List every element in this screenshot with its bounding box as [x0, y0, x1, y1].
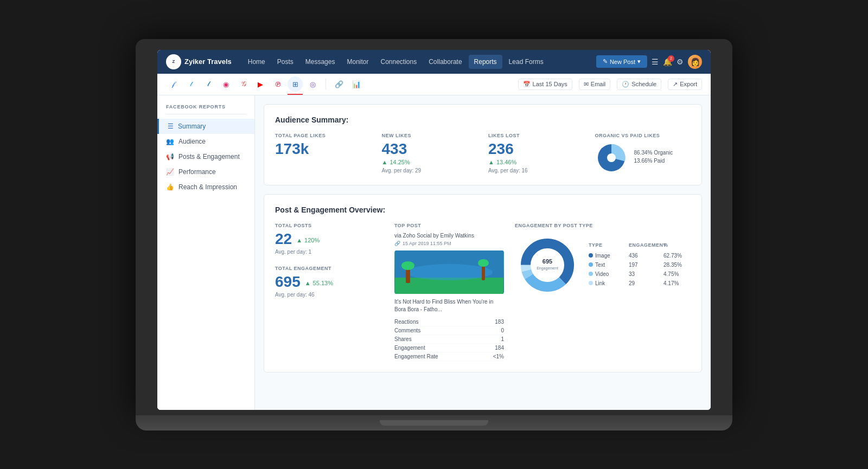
table-row: Image 436 62.73%: [589, 251, 691, 260]
pie-chart: [595, 142, 628, 174]
nav-home[interactable]: Home: [242, 55, 271, 69]
date-filter-button[interactable]: 📅 Last 15 Days: [518, 79, 572, 90]
sidebar-item-posts-engagement[interactable]: 📢 Posts & Engagement: [157, 149, 254, 164]
sidebar: FACEBOOK REPORTS ☰ Summary 👥 Audience 📢 …: [157, 95, 255, 410]
svg-point-6: [401, 261, 414, 270]
nav-connections[interactable]: Connections: [375, 55, 422, 69]
donut-chart: 695 Engagement: [515, 233, 580, 298]
export-button[interactable]: ↗ Export: [668, 79, 702, 90]
total-posts-label: TOTAL POSTS: [275, 223, 384, 228]
post-engagement-title: Post & Engagement Overview:: [275, 205, 691, 214]
settings-icon[interactable]: ⚙: [676, 57, 684, 66]
sidebar-section-title: FACEBOOK REPORTS: [157, 104, 254, 114]
svg-text:695: 695: [542, 258, 552, 265]
post-metrics-left: TOTAL POSTS 22 ▲ 120% Avg. per day: 1: [275, 223, 384, 361]
sidebar-item-summary[interactable]: ☰ Summary: [157, 119, 254, 134]
image-dot: [589, 253, 593, 258]
facebook-icon[interactable]: 𝒻: [166, 76, 181, 92]
chart-icon[interactable]: 📊: [349, 76, 364, 92]
nav-posts[interactable]: Posts: [272, 55, 299, 69]
link-icon-2: 🔗: [394, 241, 400, 246]
nav-reports[interactable]: Reports: [469, 55, 502, 69]
screen-bezel: Z Zyiker Travels Home Posts Messages Mon…: [136, 39, 732, 415]
post-image-visual: [394, 250, 504, 294]
sidebar-divider: [166, 114, 246, 114]
brand-logo-icon: Z: [166, 54, 181, 69]
menu-icon[interactable]: ☰: [652, 57, 659, 66]
instagram-icon[interactable]: ◉: [218, 76, 233, 92]
total-page-likes-label: TOTAL PAGE LIKES: [275, 133, 371, 138]
link-dot: [589, 281, 593, 285]
organic-label: ORGANIC VS PAID LIKES: [595, 133, 691, 138]
laptop-base: [136, 415, 732, 431]
new-likes-value: 433: [382, 142, 478, 157]
shares-row: Shares 1: [394, 335, 504, 344]
link-icon[interactable]: 🔗: [331, 76, 347, 92]
organic-pct: 86.34% Organic: [634, 150, 673, 156]
linkedin-icon[interactable]: 𝓁: [201, 76, 216, 92]
nav-collaborate[interactable]: Collaborate: [423, 55, 467, 69]
engagement-grid: TOTAL POSTS 22 ▲ 120% Avg. per day: 1: [275, 223, 691, 361]
reach-icon: 👍: [166, 183, 174, 191]
new-post-button[interactable]: ✎ New Post ▾: [596, 55, 647, 68]
schedule-button[interactable]: 🕐 Schedule: [617, 79, 661, 90]
sidebar-item-reach-impression[interactable]: 👍 Reach & Impression: [157, 179, 254, 195]
notification-badge: 2: [668, 55, 674, 62]
engagement-table: TYPE ENGAGEMENT % Image: [589, 242, 691, 288]
likes-lost-value: 236: [488, 142, 584, 157]
top-post-author: via Zoho Social by Emily Watkins: [394, 233, 504, 239]
laptop-container: Z Zyiker Travels Home Posts Messages Mon…: [136, 39, 732, 431]
purple-social-icon[interactable]: ◎: [305, 76, 320, 92]
type-video: Video: [589, 271, 627, 277]
main-layout: FACEBOOK REPORTS ☰ Summary 👥 Audience 📢 …: [157, 95, 711, 410]
top-post-link-row: 🔗 15 Apr 2019 11:55 PM: [394, 241, 504, 246]
top-post-header: TOP POST: [394, 223, 504, 228]
avatar[interactable]: 👩: [688, 55, 702, 69]
text-dot: [589, 262, 593, 267]
likes-lost-metric: LIKES LOST 236 ▲ 13.46% Avg. per day: 16: [488, 133, 584, 174]
chevron-down-icon: ▾: [637, 58, 641, 65]
table-row: Video 33 4.75%: [589, 269, 691, 279]
svg-point-14: [532, 250, 563, 280]
likes-lost-avg: Avg. per day: 16: [488, 168, 584, 174]
email-icon: ✉: [584, 81, 589, 88]
nav-messages[interactable]: Messages: [300, 55, 341, 69]
twitter-icon[interactable]: 𝓉: [183, 76, 199, 92]
svg-text:Engagement: Engagement: [537, 266, 558, 271]
audience-summary-title: Audience Summary:: [275, 115, 691, 124]
total-posts-avg: Avg. per day: 1: [275, 249, 384, 255]
top-post-section: TOP POST via Zoho Social by Emily Watkin…: [394, 223, 504, 361]
laptop-notch: [380, 420, 488, 426]
nav-lead-forms[interactable]: Lead Forms: [503, 55, 549, 69]
social-divider: [326, 79, 326, 89]
type-image: Image: [589, 253, 627, 259]
type-text: Text: [589, 262, 627, 268]
organic-vs-paid-metric: ORGANIC VS PAID LIKES: [595, 133, 691, 174]
paid-pct: 13.66% Paid: [634, 158, 673, 164]
google-icon[interactable]: 𝒢: [235, 76, 251, 92]
nav-right-actions: ✎ New Post ▾ ☰ 🔔 2 ⚙ 👩: [596, 55, 702, 69]
reactions-row: Reactions 183: [394, 318, 504, 326]
notification-icon[interactable]: 🔔 2: [663, 57, 672, 66]
new-likes-label: NEW LIKES: [382, 133, 478, 138]
total-posts-change: ▲ 120%: [296, 237, 320, 243]
screen: Z Zyiker Travels Home Posts Messages Mon…: [157, 50, 711, 410]
likes-lost-label: LIKES LOST: [488, 133, 584, 138]
likes-lost-change: ▲ 13.46%: [488, 159, 584, 165]
up-arrow-icon-2: ▲: [488, 159, 494, 165]
engagement-rate-row: Engagement Rate <1%: [394, 352, 504, 361]
pinterest-icon[interactable]: ℗: [270, 76, 285, 92]
nav-monitor[interactable]: Monitor: [341, 55, 374, 69]
total-engagement-label: TOTAL ENGAGEMENT: [275, 266, 384, 271]
facebook-active-icon[interactable]: ⊞: [288, 76, 303, 92]
total-engagement-avg: Avg. per day: 46: [275, 292, 384, 298]
youtube-icon[interactable]: ▶: [253, 76, 268, 92]
email-button[interactable]: ✉ Email: [579, 79, 611, 90]
organic-section: 86.34% Organic 13.66% Paid: [595, 142, 691, 174]
new-likes-metric: NEW LIKES 433 ▲ 14.25% Avg. per day: 29: [382, 133, 478, 174]
content-area: Audience Summary: TOTAL PAGE LIKES 173k …: [255, 95, 711, 410]
video-dot: [589, 272, 593, 276]
social-bar: 𝒻 𝓉 𝓁 ◉ 𝒢 ▶ ℗ ⊞ ◎ 🔗 📊 📅 Last 15 Days: [157, 74, 711, 95]
sidebar-item-performance[interactable]: 📈 Performance: [157, 164, 254, 179]
sidebar-item-audience[interactable]: 👥 Audience: [157, 134, 254, 149]
